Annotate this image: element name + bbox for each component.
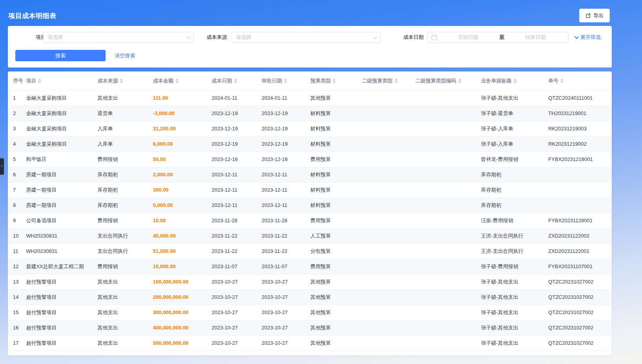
project-select[interactable]: 请选择 bbox=[43, 32, 194, 43]
table-cell-budget-type: 其他预算 bbox=[310, 320, 362, 335]
table-column-header[interactable]: 二级预算类型 bbox=[362, 71, 415, 90]
table-row: 9公司备选项目费用报销10.002023-11-282023-11-28费用预算… bbox=[8, 213, 612, 228]
table-cell-index: 7 bbox=[8, 182, 26, 198]
column-header-label: 序号 bbox=[13, 77, 23, 84]
table-column-header[interactable]: 项目 bbox=[26, 71, 97, 90]
table-cell-sub-budget-type bbox=[362, 136, 415, 152]
table-cell-cost-date: 2023-12-19 bbox=[212, 106, 262, 121]
left-drawer-handle[interactable] bbox=[0, 158, 4, 175]
search-button[interactable]: 搜索 bbox=[15, 50, 106, 61]
sort-caret-icon[interactable] bbox=[120, 79, 123, 83]
table-column-header[interactable]: 成本金额 bbox=[153, 71, 212, 90]
table-cell-amount: 100,000,000.00 bbox=[153, 274, 212, 289]
table-cell-doc-no bbox=[548, 182, 612, 198]
table-cell-index: 14 bbox=[8, 289, 26, 305]
end-date-input[interactable]: 结束日期 bbox=[507, 34, 565, 41]
start-date-input[interactable]: 开始日期 bbox=[439, 34, 497, 41]
table-cell-project: WH20230831 bbox=[26, 243, 97, 259]
table-cell-project: 和平饭店 bbox=[26, 152, 97, 167]
cost-source-select[interactable]: 请选择 bbox=[232, 32, 381, 43]
sort-caret-icon[interactable] bbox=[38, 79, 41, 83]
table-row: 10WH20230831支出合同执行40,000.002023-11-22202… bbox=[8, 228, 612, 243]
sort-caret-icon[interactable] bbox=[176, 79, 179, 83]
table-cell-source: 费用报销 bbox=[97, 152, 153, 167]
table-cell-cost-date: 2023-12-16 bbox=[212, 152, 262, 167]
cost-detail-table-card: 序号 项目 成本来源 成本金额 成本日期 审批日期 预算类型 bbox=[8, 71, 612, 355]
table-cell-cost-date: 2024-01-11 bbox=[212, 90, 262, 106]
table-cell-project: 超付预警项目 bbox=[26, 274, 97, 289]
table-cell-doc-title: 王洪-支出合同执行 bbox=[481, 228, 549, 243]
export-icon bbox=[585, 13, 591, 18]
table-column-header[interactable]: 单号 bbox=[548, 71, 612, 90]
sort-caret-icon[interactable] bbox=[395, 79, 398, 83]
table-cell-project: 超付预警项目 bbox=[26, 289, 97, 305]
sort-caret-icon[interactable] bbox=[560, 79, 563, 83]
table-cell-project: 超付预警项目 bbox=[26, 335, 97, 351]
table-cell-index: 4 bbox=[8, 136, 26, 152]
table-cell-sub-budget-code bbox=[415, 289, 481, 305]
table-cell-approval-date: 2023-12-19 bbox=[262, 121, 310, 136]
table-cell-doc-title: 王洪-支出合同执行 bbox=[481, 243, 549, 259]
table-cell-amount: 51,500.00 bbox=[153, 243, 212, 259]
table-cell-project: 公司备选项目 bbox=[26, 213, 97, 228]
table-row: 12新建XX总部大厦工程二期费用报销10,000.002023-11-07202… bbox=[8, 259, 612, 274]
table-cell-sub-budget-type bbox=[362, 320, 415, 335]
table-cell-sub-budget-type bbox=[362, 198, 415, 213]
sort-caret-icon[interactable] bbox=[514, 79, 517, 83]
export-button[interactable]: 导出 bbox=[579, 9, 610, 22]
chevron-down-icon bbox=[574, 35, 579, 39]
table-header-row: 序号 项目 成本来源 成本金额 成本日期 审批日期 预算类型 bbox=[8, 71, 612, 90]
table-cell-cost-date: 2023-11-22 bbox=[212, 228, 262, 243]
table-column-header[interactable]: 审批日期 bbox=[262, 71, 310, 90]
column-header-label: 业务单据标题 bbox=[481, 77, 512, 84]
table-cell-doc-title: 张子硕-其他支出 bbox=[481, 335, 549, 351]
table-cell-source: 费用报销 bbox=[97, 259, 153, 274]
table-cell-sub-budget-code bbox=[415, 243, 481, 259]
table-column-header[interactable]: 业务单据标题 bbox=[481, 71, 549, 90]
sort-caret-icon[interactable] bbox=[458, 79, 461, 83]
date-range-separator: 至 bbox=[499, 34, 505, 41]
table-cell-doc-title: 张子硕-其他支出 bbox=[481, 305, 549, 320]
table-cell-budget-type: 分包预算 bbox=[310, 243, 362, 259]
table-column-header: 序号 bbox=[8, 71, 26, 90]
table-cell-source: 其他支出 bbox=[97, 335, 153, 351]
top-header-bar: 项目成本明细表 导出 bbox=[0, 0, 642, 26]
table-cell-index: 10 bbox=[8, 228, 26, 243]
table-cell-doc-no: QTZC20231027002 bbox=[548, 305, 612, 320]
table-row: 3金融大厦采购项目入库单31,200.002023-12-192023-12-1… bbox=[8, 121, 612, 136]
column-header-label: 二级预算类型编码 bbox=[415, 77, 456, 84]
table-column-header[interactable]: 预算类型 bbox=[310, 71, 362, 90]
column-header-label: 审批日期 bbox=[262, 77, 282, 84]
table-cell-doc-no: FYBX20231107001 bbox=[548, 259, 612, 274]
table-row: 8房建一期项目库存期初5,000.002023-12-112023-12-11材… bbox=[8, 198, 612, 213]
sort-caret-icon[interactable] bbox=[333, 79, 336, 83]
clear-search-link[interactable]: 清空搜索 bbox=[115, 50, 135, 61]
table-cell-budget-type: 材料预算 bbox=[310, 121, 362, 136]
table-cell-amount: 200,000,000.00 bbox=[153, 289, 212, 305]
table-cell-amount: 40,000.00 bbox=[153, 228, 212, 243]
cost-date-range-picker[interactable]: 开始日期 至 结束日期 bbox=[427, 32, 569, 43]
table-cell-budget-type: 材料预算 bbox=[310, 167, 362, 182]
table-cell-project: 房建一期项目 bbox=[26, 198, 97, 213]
table-cell-sub-budget-code bbox=[415, 167, 481, 182]
table-cell-sub-budget-type bbox=[362, 182, 415, 198]
table-cell-approval-date: 2023-12-11 bbox=[262, 182, 310, 198]
table-cell-doc-title: 张子硕-其他支出 bbox=[481, 274, 549, 289]
table-cell-project: 金融大厦采购项目 bbox=[26, 106, 97, 121]
table-cell-sub-budget-type bbox=[362, 335, 415, 351]
table-cell-index: 11 bbox=[8, 243, 26, 259]
table-cell-doc-title: 张子硕-其他支出 bbox=[481, 289, 549, 305]
table-column-header[interactable]: 二级预算类型编码 bbox=[415, 71, 481, 90]
table-cell-budget-type: 其他预算 bbox=[310, 305, 362, 320]
table-column-header[interactable]: 成本日期 bbox=[212, 71, 262, 90]
expand-filters-link[interactable]: 展开筛选 bbox=[574, 32, 601, 43]
sort-caret-icon[interactable] bbox=[234, 79, 237, 83]
table-cell-approval-date: 2023-11-07 bbox=[262, 259, 310, 274]
table-column-header[interactable]: 成本来源 bbox=[97, 71, 153, 90]
table-body: 1金融大厦采购项目其他支出111.002024-01-112024-01-11其… bbox=[8, 90, 612, 351]
table-cell-index: 15 bbox=[8, 305, 26, 320]
table-cell-doc-title: 库存期初 bbox=[481, 198, 549, 213]
table-cell-source: 库存期初 bbox=[97, 198, 153, 213]
sort-caret-icon[interactable] bbox=[284, 79, 287, 83]
table-cell-amount: 300.00 bbox=[153, 182, 212, 198]
